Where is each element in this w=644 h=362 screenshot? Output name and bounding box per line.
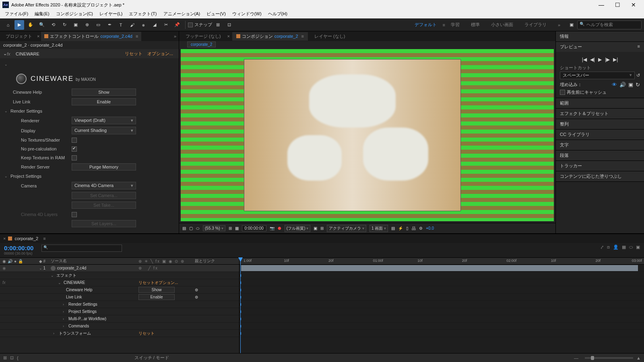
cc-library-header[interactable]: CC ライブラリ [556, 130, 644, 140]
orbit-tool[interactable]: ⟲ [48, 20, 58, 30]
reset-exposure-icon[interactable]: ⚙ [419, 226, 423, 230]
display-dropdown[interactable]: Current Shading [72, 127, 136, 134]
last-frame-button[interactable]: ▶| [613, 57, 618, 62]
timeline-tab-close[interactable]: × [3, 236, 6, 241]
menu-help[interactable]: ヘルプ(H) [265, 10, 291, 18]
panel-overflow[interactable]: » [174, 34, 176, 39]
cache-before-play-checkbox[interactable] [560, 90, 565, 95]
shortcut-dropdown[interactable]: スペースバー [560, 72, 635, 79]
roto-tool[interactable]: ✂ [161, 20, 171, 30]
snapshot-icon[interactable]: 📷 [270, 226, 275, 230]
timeline-timecode[interactable]: 0:00:00:00 [4, 245, 33, 251]
comp-flowchart[interactable]: corporate_2 [179, 41, 555, 47]
graph-editor-icon[interactable]: ▣ [636, 245, 640, 250]
menu-animation[interactable]: アニメーション(A) [160, 10, 204, 18]
eraser-tool[interactable]: ◢ [150, 20, 159, 30]
tab-footage[interactable]: フッテージ (なし) [182, 32, 225, 41]
info-panel-header[interactable]: 情報 [556, 31, 644, 41]
minimize-button[interactable]: — [593, 2, 609, 8]
eye-column-icon[interactable]: ◉ [2, 259, 6, 263]
timeline-zoom-slider[interactable] [585, 357, 633, 359]
channel-icon[interactable]: ⬣ [278, 226, 281, 230]
menu-view[interactable]: ビュー(V) [203, 10, 229, 18]
no-precalc-checkbox[interactable] [72, 146, 77, 152]
tl-enable-button[interactable]: Enable [138, 294, 175, 300]
pickwhip-icon-2[interactable]: ⊚ [195, 295, 198, 299]
pixel-aspect-icon[interactable]: ▤ [391, 226, 395, 230]
composition-viewer[interactable] [181, 49, 554, 221]
exposure-value[interactable]: +0.0 [426, 226, 434, 230]
effects-group[interactable]: エフェクト [56, 273, 76, 278]
brush-tool[interactable]: 🖌 [127, 20, 137, 30]
snap-options[interactable]: ⊞ [213, 20, 223, 30]
menu-effect[interactable]: エフェクト(T) [126, 10, 160, 18]
shy-icon[interactable]: 👤 [613, 245, 619, 250]
fast-preview-icon[interactable]: ⚡ [398, 226, 403, 230]
grid-icon[interactable]: ⊞ [320, 226, 324, 230]
motion-blur-icon[interactable]: ⬭ [629, 245, 633, 250]
tl-cmds[interactable]: Commands [68, 324, 89, 328]
embed-loop-icon[interactable]: ↻ [636, 82, 640, 88]
type-tool[interactable]: T [116, 20, 126, 30]
comp-mini-flowchart-icon[interactable]: ⤤ [600, 245, 604, 250]
fx-collapse[interactable]: ⌄ [3, 51, 7, 56]
panel-menu-icon[interactable]: ▣ [567, 20, 576, 30]
magnify-icon[interactable]: ▤ [182, 226, 186, 230]
camera-dropdown[interactable]: Cinema 4D Camera [72, 182, 136, 189]
close-button[interactable]: ✕ [625, 2, 642, 8]
selection-tool[interactable]: ▶ [14, 20, 24, 30]
label-column-icon[interactable]: ◆ [39, 259, 42, 263]
zoom-dropdown[interactable]: (55.3 %) [203, 225, 225, 231]
align-panel-header[interactable]: 整列 [556, 119, 644, 129]
layer-expand[interactable]: ⌄ [39, 266, 42, 270]
puppet-tool[interactable]: 📌 [172, 20, 182, 30]
flowchart-icon[interactable]: 品 [412, 226, 416, 231]
reset-link[interactable]: リセット [122, 51, 145, 57]
switch-modes-button[interactable]: スイッチ / モード [134, 355, 169, 361]
help-search[interactable]: ヘルプを検索 [577, 21, 642, 29]
parent-link-header[interactable]: 親とリンク [195, 258, 239, 264]
play-button[interactable]: ▶ [598, 57, 602, 62]
tl-proj[interactable]: Project Settings [68, 309, 97, 314]
character-panel-header[interactable]: 文字 [556, 140, 644, 150]
snap-options-2[interactable]: ⊡ [224, 20, 234, 30]
tab-layer[interactable]: レイヤー (なし) [310, 32, 349, 41]
menu-layer[interactable]: レイヤー(L) [96, 10, 126, 18]
timeline-search[interactable] [41, 245, 122, 252]
playhead[interactable] [240, 257, 241, 353]
workspace-library[interactable]: ライブラリ [519, 20, 552, 29]
quality-dropdown[interactable]: (フル画質) [285, 225, 310, 232]
timeline-tab[interactable]: corporate_2 [14, 236, 38, 241]
tab-effect-controls[interactable]: エフェクトコントロール corporate_2.c4d ≡ [41, 32, 141, 41]
set-take-button[interactable]: Set Take... [72, 202, 136, 209]
pen-tool[interactable]: ✒ [105, 20, 114, 30]
camera-dropdown-viewer[interactable]: アクティブカメラ [327, 225, 366, 232]
transparency-icon[interactable]: ▦ [235, 226, 239, 230]
layer-visibility-toggle[interactable]: ◉ [2, 266, 6, 270]
draft-3d-icon[interactable]: ⧈ [607, 245, 610, 250]
tl-reset[interactable]: リセット [138, 280, 155, 286]
cineware-expand[interactable]: ⌄ [58, 281, 62, 285]
tab-project-close[interactable]: × [37, 34, 39, 39]
tl-transform-reset[interactable]: リセット [138, 331, 155, 336]
show-button[interactable]: Show [72, 88, 136, 96]
frame-blend-icon[interactable]: ▦ [622, 245, 626, 250]
workspace-small[interactable]: 小さい画面 [485, 20, 519, 29]
source-name-header[interactable]: ソース名 [48, 258, 138, 264]
tl-show-button[interactable]: Show [138, 287, 175, 293]
set-camera-button[interactable]: Set Camera... [72, 192, 136, 199]
toggle-switches-icon[interactable]: ⊞ [3, 355, 7, 360]
next-frame-button[interactable]: |▶ [605, 57, 610, 62]
zoom-in-icon[interactable]: ▲ [636, 356, 641, 360]
layer-name[interactable]: corporate_2.c4d [57, 266, 86, 270]
lock-column-icon[interactable]: 🔒 [18, 259, 23, 263]
no-textures-checkbox[interactable] [72, 138, 77, 143]
mask-icon[interactable]: ⬭ [196, 226, 200, 231]
res-icon[interactable]: ⊞ [229, 226, 232, 230]
zoom-tool[interactable]: 🔍 [37, 20, 47, 30]
reset-shortcut-icon[interactable]: ↺ [636, 73, 640, 78]
effects-expand[interactable]: ⌄ [51, 274, 55, 278]
effects-presets-header[interactable]: エフェクト＆プリセット [556, 109, 644, 119]
workspace-standard[interactable]: 標準 [465, 20, 485, 29]
embed-video-icon[interactable]: 👁 [612, 82, 617, 88]
